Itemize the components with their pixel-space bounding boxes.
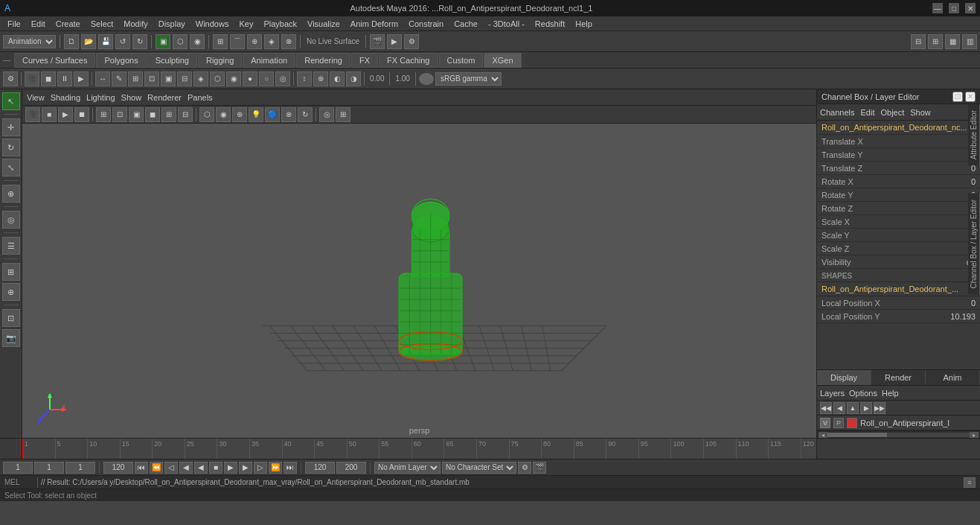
panel-float-button[interactable]: ⊡ [952, 92, 963, 102]
vp-paint-button[interactable]: ◉ [216, 107, 231, 122]
view2-button[interactable]: ⊞ [928, 34, 943, 49]
tab-animation[interactable]: Animation [243, 53, 295, 68]
vp-menu-view[interactable]: View [27, 93, 45, 102]
display-tab[interactable]: Display [817, 370, 871, 385]
scale-tool-button[interactable]: ⤡ [2, 159, 20, 176]
layer-prev-button[interactable]: ◀◀ [820, 402, 832, 414]
vp-smooth2-button[interactable]: ▣ [129, 107, 144, 122]
channel-box-layer-tab[interactable]: Channel Box / Layer Editor [968, 194, 980, 295]
tool-19[interactable]: ◐ [330, 71, 345, 86]
vp-motion-button[interactable]: ↻ [298, 107, 313, 122]
tool-3[interactable]: ⏸ [57, 71, 72, 86]
play-back-button[interactable]: ◀ [194, 462, 208, 474]
view-all-button[interactable]: ⊟ [911, 34, 926, 49]
vp-smooth-button[interactable]: ⊡ [112, 107, 127, 122]
ipr-render-button[interactable]: ▶ [387, 34, 402, 49]
options-menu[interactable]: Options [849, 389, 877, 398]
lasso-button[interactable]: ⬡ [173, 34, 188, 49]
script-editor-button[interactable]: ≡ [964, 477, 976, 488]
transform-tool-button[interactable]: ⊕ [2, 185, 20, 203]
step-back-button[interactable]: ⏪ [150, 462, 163, 474]
new-scene-button[interactable]: 🗋 [64, 34, 79, 49]
anim-prefs-button[interactable]: 🎬 [533, 462, 546, 474]
go-end-button[interactable]: ⏭ [284, 462, 297, 474]
menu-display[interactable]: Display [154, 18, 190, 30]
attribute-editor-tab[interactable]: Attribute Editor [968, 104, 980, 165]
local-pos-x-value[interactable]: 0 [971, 299, 976, 308]
view4-button[interactable]: ▥ [962, 34, 977, 49]
vp-shadow-button[interactable]: 🔵 [265, 107, 280, 122]
prev-frame-button[interactable]: ◀ [179, 462, 193, 474]
frame-display-input[interactable] [65, 462, 95, 474]
vp-grid2-button[interactable]: ⊟ [178, 107, 193, 122]
layer-next-button[interactable]: ▶▶ [874, 402, 885, 414]
tool-17[interactable]: ↕ [297, 71, 312, 86]
edit-menu[interactable]: Edit [860, 108, 874, 117]
vp-ao-button[interactable]: ⊗ [281, 107, 296, 122]
prev-key-button[interactable]: ◁ [164, 462, 178, 474]
menu-cache[interactable]: Cache [449, 18, 482, 30]
render-v-button[interactable]: 📷 [2, 329, 20, 347]
frame-start-input[interactable] [3, 462, 33, 474]
redo-button[interactable]: ↻ [132, 34, 147, 49]
tab-xgen[interactable]: XGen [484, 53, 521, 68]
key-settings-button[interactable]: ⚙ [518, 462, 531, 474]
snap-surface-button[interactable]: ◈ [264, 34, 279, 49]
go-start-button[interactable]: ⏮ [135, 462, 148, 474]
paint-button[interactable]: ◉ [190, 34, 205, 49]
tool-7[interactable]: ⊞ [128, 71, 143, 86]
play-fwd-button[interactable]: ▶ [224, 462, 237, 474]
char-set-select[interactable]: No Character Set [442, 462, 516, 474]
tab-custom[interactable]: Custom [439, 53, 484, 68]
tab-curves-surfaces[interactable]: Curves / Surfaces [14, 53, 95, 68]
move-tool-button[interactable]: ✛ [2, 118, 20, 136]
quick-layout-button[interactable]: ⊡ [2, 309, 20, 327]
menu-create[interactable]: Create [51, 18, 85, 30]
soft-sel-button[interactable]: ◎ [2, 211, 20, 229]
layer-color-swatch[interactable] [847, 418, 857, 428]
select-button[interactable]: ▣ [156, 34, 170, 49]
select-tool-button[interactable]: ↖ [2, 92, 20, 110]
layer-fwd-button[interactable]: ▶ [860, 402, 872, 414]
layer-scrollbar[interactable]: ◂ ▸ [817, 430, 980, 438]
vp-grid-button[interactable]: ⊞ [161, 107, 176, 122]
menu-edit[interactable]: Edit [27, 18, 50, 30]
vp-sel-button[interactable]: ⬡ [199, 107, 214, 122]
layer-back-button[interactable]: ◀ [833, 402, 845, 414]
layer-vis-toggle[interactable]: V [820, 418, 830, 428]
view3-button[interactable]: ▦ [945, 34, 960, 49]
range-end-input[interactable] [103, 462, 133, 474]
render-settings-button[interactable]: ⚙ [404, 34, 419, 49]
save-scene-button[interactable]: 💾 [98, 34, 113, 49]
rotate-x-value[interactable]: 0 [946, 177, 976, 186]
vp-menu-panels[interactable]: Panels [188, 93, 213, 102]
vp-wireframe-button[interactable]: ⊞ [96, 107, 111, 122]
menu-constrain[interactable]: Constrain [404, 18, 448, 30]
tool-14[interactable]: ● [243, 71, 257, 86]
next-key-button[interactable]: ▷ [254, 462, 267, 474]
vp-menu-renderer[interactable]: Renderer [147, 93, 182, 102]
anim-layer-select[interactable]: No Anim Layer [374, 462, 441, 474]
vp-light-button[interactable]: 💡 [249, 107, 263, 122]
render-button[interactable]: 🎬 [370, 34, 385, 49]
panel-close-button[interactable]: ✕ [965, 92, 976, 102]
step-fwd-button[interactable]: ⏩ [269, 462, 282, 474]
menu-visualize[interactable]: Visualize [303, 18, 345, 30]
menu-select[interactable]: Select [86, 18, 118, 30]
tool-4[interactable]: ▶ [74, 71, 89, 86]
tab-polygons[interactable]: Polygons [96, 53, 146, 68]
vp-menu-lighting[interactable]: Lighting [86, 93, 115, 102]
timeline-track[interactable]: 1510152025303540455055606570758085909510… [22, 439, 816, 459]
menu-redshift[interactable]: Redshift [531, 18, 569, 30]
object-menu[interactable]: Object [880, 108, 904, 117]
help-menu[interactable]: Help [882, 389, 899, 398]
render-tab[interactable]: Render [871, 370, 926, 385]
show-manip-button[interactable]: ☰ [2, 237, 20, 255]
scroll-thumb[interactable] [827, 433, 887, 437]
vp-menu-shading[interactable]: Shading [51, 93, 80, 102]
maximize-button[interactable]: □ [949, 3, 959, 13]
playback-end-input[interactable] [305, 462, 335, 474]
anim-tab[interactable]: Anim [926, 370, 980, 385]
local-pos-y-value[interactable]: 10.193 [950, 312, 976, 321]
tool-11[interactable]: ◈ [193, 71, 208, 86]
